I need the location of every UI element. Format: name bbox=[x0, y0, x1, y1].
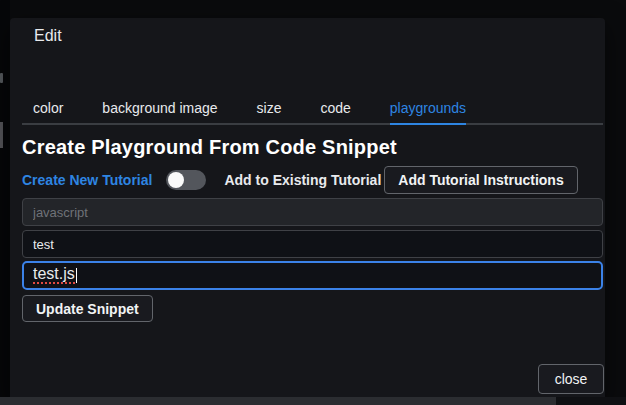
tab-bar: color background image size code playgro… bbox=[22, 100, 603, 125]
update-snippet-button[interactable]: Update Snippet bbox=[22, 295, 153, 322]
tutorial-toggle-row: Create New Tutorial Add to Existing Tuto… bbox=[22, 166, 603, 194]
close-button[interactable]: close bbox=[538, 364, 604, 394]
tab-color[interactable]: color bbox=[33, 100, 63, 125]
edit-dialog: Edit color background image size code pl… bbox=[10, 18, 605, 397]
horizontal-scrollbar-thumb[interactable] bbox=[0, 397, 556, 405]
toggle-knob bbox=[168, 172, 184, 188]
horizontal-scrollbar-track[interactable] bbox=[0, 397, 626, 405]
tutorial-mode-toggle[interactable] bbox=[166, 170, 206, 190]
filename-text: test.js bbox=[33, 267, 75, 284]
backdrop-box-fragment bbox=[0, 122, 3, 148]
filename-input[interactable]: test.js bbox=[22, 261, 603, 290]
add-tutorial-instructions-button[interactable]: Add Tutorial Instructions bbox=[384, 166, 577, 194]
text-caret bbox=[76, 268, 77, 283]
page-backdrop bbox=[0, 0, 10, 405]
tab-playgrounds[interactable]: playgrounds bbox=[390, 100, 466, 125]
create-new-tutorial-link[interactable]: Create New Tutorial bbox=[22, 172, 152, 188]
dialog-title: Edit bbox=[34, 26, 603, 46]
section-heading: Create Playground From Code Snippet bbox=[22, 136, 603, 159]
snippet-name-input[interactable] bbox=[22, 230, 603, 258]
tab-code[interactable]: code bbox=[320, 100, 350, 125]
add-existing-tutorial-label: Add to Existing Tutorial bbox=[224, 172, 381, 188]
tab-size[interactable]: size bbox=[257, 100, 282, 125]
language-input[interactable] bbox=[22, 198, 603, 226]
backdrop-text-fragment bbox=[0, 73, 3, 83]
tab-background-image[interactable]: background image bbox=[102, 100, 217, 125]
